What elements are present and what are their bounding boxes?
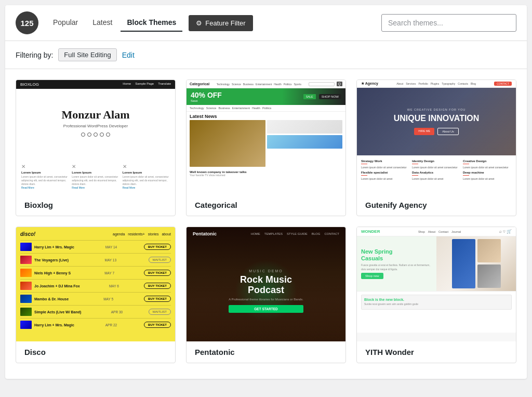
nav-tabs: Popular Latest Block Themes ⚙ Feature Fi… [47,14,373,32]
theme-card-categorical[interactable]: Categorical TechnologyScienceBusinessEnt… [186,80,346,216]
disco-row-3: Niels High + Benny S MAY 7 BUY TICKET [20,266,171,279]
filter-label: Filtering by: [16,51,53,59]
tab-popular[interactable]: Popular [47,14,84,32]
feature-filter-label: Feature Filter [205,19,245,27]
search-box [381,14,516,32]
penta-hero: MUSIC DEMO Rock MusicPodcast A Professio… [187,241,345,341]
wonder-theme-name: YITH Wonder [357,341,516,363]
penta-header: Pentatonic HOMETEMPLATESSTYLE GUIDEBLOGC… [187,227,345,241]
disco-row-2: The Voyagers (Live) MAY 13 WAITLIST [20,253,171,266]
gutenify-hero: WE CREATIVE DESIGN FOR YOU UNIQUE INNOVA… [357,88,516,155]
cat-nav: TechnologyScienceBusinessEntertainmentHe… [187,105,345,112]
feature-filter-button[interactable]: ⚙ Feature Filter [189,15,252,31]
gutenify-theme-name: Gutenify Agency [357,194,516,216]
gutenify-buttons: HIRE ME About Us [414,128,459,135]
pentatonic-preview: Pentatonic HOMETEMPLATESSTYLE GUIDEBLOGC… [187,227,345,341]
bioxlog-social [24,133,167,137]
theme-count-badge: 125 [16,11,38,34]
bioxlog-columns: ✕ Lorem Ipsum Lorem ipsum dolor sit amet… [16,164,175,194]
themes-grid: BIOXLOG HomeSample PageTranslate Monzur … [5,69,527,379]
cat-ad-banner: 40% OFF Save SALE SHOP NOW [187,88,345,105]
disco-row-5: Mambo & Dr. House MAY 5 BUY TICKET [20,292,171,305]
wonder-nav: ShopAboutContactJournal [418,230,461,233]
header: 125 Popular Latest Block Themes ⚙ Featur… [5,5,527,41]
disco-row-4: Jo Joachim + DJ Mina Fox MAY 6 BUY TICKE… [20,279,171,292]
disco-preview: disco! agendaresidents+storiesabout Harr… [16,227,175,341]
disco-nav: agendaresidents+storiesabout [113,232,171,236]
page-wrapper: 125 Popular Latest Block Themes ⚙ Featur… [5,5,527,379]
disco-header: disco! agendaresidents+storiesabout [20,231,171,237]
cat-date: Your favorite TV show returned [187,174,345,179]
categorical-preview: Categorical TechnologyScienceBusinessEnt… [187,80,345,194]
edit-filter-link[interactable]: Edit [122,51,135,59]
theme-card-disco[interactable]: disco! agendaresidents+storiesabout Harr… [16,227,176,363]
bioxlog-hero: Monzur Alam Professional WordPress Devel… [16,89,175,164]
theme-card-pentatonic[interactable]: Pentatonic HOMETEMPLATESSTYLE GUIDEBLOGC… [186,227,346,363]
search-input[interactable] [381,14,516,32]
filter-bar: Filtering by: Full Site Editing Edit [5,41,527,69]
bioxlog-sub: Professional WordPress Developer [24,124,167,128]
categorical-theme-name: Categorical [187,194,345,216]
disco-row-6: Simple Acts (Live W/ Band) APR 30 WAITLI… [20,305,171,318]
penta-nav: HOMETEMPLATESSTYLE GUIDEBLOGCONTACT [251,232,339,235]
gutenify-services: Strategy Work Lorem ipsum dolor sit amet… [357,155,516,184]
theme-card-wonder[interactable]: WONDER ShopAboutContactJournal ⌕ ♡ 🛒 New… [356,227,516,363]
disco-theme-name: Disco [16,341,175,363]
tab-latest[interactable]: Latest [86,14,118,32]
wonder-header: WONDER ShopAboutContactJournal ⌕ ♡ 🛒 [357,227,516,236]
bioxlog-theme-name: Bioxlog [16,194,175,216]
wonder-bottom: Block is the new block. Sunite nost grav… [357,291,516,333]
disco-row-7: Harry Lim + Mrs. Magic APR 22 BUY TICKET [20,318,171,331]
wonder-hero: New Spring Casuals Fusce gravida ut erat… [357,236,516,291]
gear-icon: ⚙ [196,19,202,27]
theme-card-gutenify[interactable]: ★ Agency AboutServicesPortfolioPluginsTy… [356,80,516,216]
cat-header: Categorical TechnologyScienceBusinessEnt… [187,80,345,88]
cat-headline: Well known company in takeover talks [187,169,345,174]
gutenify-preview: ★ Agency AboutServicesPortfolioPluginsTy… [357,80,516,194]
bioxlog-title: Monzur Alam [24,108,167,122]
gutenify-header: ★ Agency AboutServicesPortfolioPluginsTy… [357,80,516,88]
cat-grid [187,120,345,169]
pentatonic-theme-name: Pentatonic [187,341,345,363]
disco-row-1: Harry Lim + Mrs. Magic MAY 14 BUY TICKET [20,240,171,253]
filter-tag: Full Site Editing [58,48,116,61]
bioxlog-preview: BIOXLOG HomeSample PageTranslate Monzur … [16,80,175,194]
tab-block-themes[interactable]: Block Themes [121,14,182,32]
wonder-preview: WONDER ShopAboutContactJournal ⌕ ♡ 🛒 New… [357,227,516,341]
theme-card-bioxlog[interactable]: BIOXLOG HomeSample PageTranslate Monzur … [16,80,176,216]
bioxlog-header: BIOXLOG HomeSample PageTranslate [16,80,175,89]
